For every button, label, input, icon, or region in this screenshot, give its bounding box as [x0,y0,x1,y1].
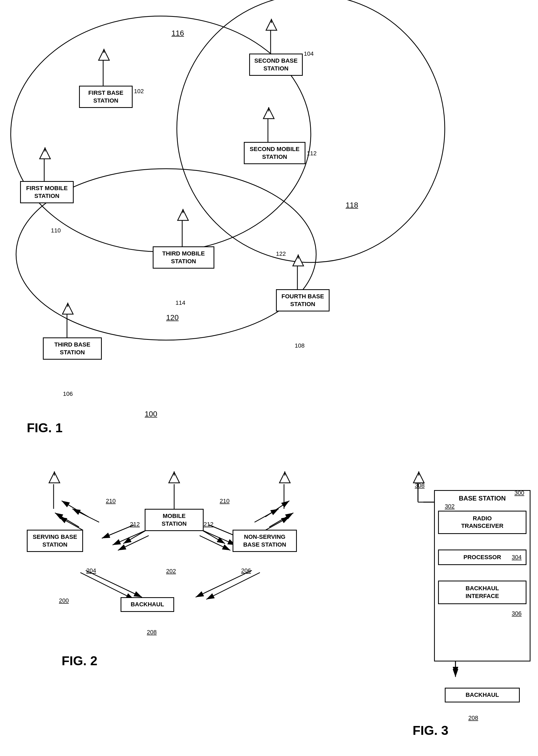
fig3-base-station-outer: BASE STATION RADIOTRANSCEIVER PROCESSOR … [434,490,530,662]
fig2-nonserving-antenna [278,471,292,485]
svg-line-17 [72,509,99,522]
fig2-mobile-station-box: MOBILESTATION [145,509,204,531]
fig2-ref-208: 208 [147,629,157,636]
second-mobile-antenna [262,107,275,121]
second-base-antenna [265,18,278,33]
fig2-label: FIG. 2 [62,653,97,668]
ref-106: 106 [63,390,73,397]
svg-line-20 [265,501,289,517]
fourth-base-station-box: FOURTH BASE STATION [276,289,330,312]
ref-116: 116 [172,29,184,37]
svg-line-22 [86,571,142,597]
ref-108: 108 [295,342,305,349]
svg-line-48 [113,530,146,545]
fig3-ref-308: 308 [415,482,425,489]
ref-112: 112 [307,150,317,157]
fig3-ref-306: 306 [512,610,522,617]
svg-point-4 [11,16,311,252]
svg-line-23 [195,571,252,597]
third-mobile-antenna [176,208,190,223]
first-base-station-box: FIRST BASE STATION [79,86,133,108]
svg-line-57 [206,573,260,599]
fig2-nonserving-base-box: NON-SERVINGBASE STATION [233,530,297,552]
svg-line-56 [81,573,134,599]
ref-120: 120 [166,313,179,322]
fig2-backhaul-box: BACKHAUL [121,597,174,612]
fig3-ref-208: 208 [468,715,478,722]
fig2-ref-200: 200 [59,597,69,604]
fig2-ref-212a: 212 [130,521,140,528]
second-mobile-station-box: SECOND MOBILE STATION [244,142,305,164]
ref-114: 114 [176,299,186,306]
fig1-label: FIG. 1 [27,421,62,435]
svg-line-52 [202,530,236,545]
fig3-backhaul: BACKHAUL [445,688,520,702]
fig2-ref-206: 206 [241,567,251,574]
third-base-antenna [61,302,75,317]
svg-line-16 [62,501,88,517]
fig3-ref-300: 300 [514,489,524,496]
first-base-antenna [97,48,111,63]
first-mobile-antenna [38,147,52,161]
fig2-serving-antenna [48,471,61,485]
svg-line-51 [59,517,83,530]
ref-122: 122 [276,250,286,257]
svg-line-55 [265,517,289,530]
third-base-station-box: THIRD BASE STATION [43,337,102,360]
ref-102: 102 [134,88,144,95]
first-mobile-station-box: FIRST MOBILE STATION [20,181,74,203]
svg-line-49 [118,535,149,550]
fig2-ref-210a: 210 [106,498,116,505]
fig3-ref-304: 304 [512,554,522,561]
svg-line-54 [269,513,294,527]
ref-110: 110 [51,227,61,234]
fig2-ref-212b: 212 [204,521,214,528]
ref-100: 100 [145,410,157,418]
fig2-ref-210b: 210 [220,498,230,505]
svg-line-14 [102,525,134,538]
svg-point-5 [177,0,445,263]
fourth-base-antenna [292,254,305,268]
fig3-ref-302: 302 [445,503,455,510]
ref-104: 104 [304,50,314,57]
second-base-station-box: SECOND BASE STATION [249,54,303,76]
page: FIRST BASE STATION 102 SECOND BASE STATI… [0,0,538,756]
fig2-mobile-antenna [167,471,181,485]
fig3-label: FIG. 3 [412,723,448,738]
third-mobile-station-box: THIRD MOBILE STATION [153,246,214,269]
ref-118: 118 [346,201,358,209]
svg-line-21 [254,509,279,522]
fig3-backhaul-interface: BACKHAULINTERFACE [438,580,526,604]
fig2-ref-204: 204 [86,567,96,574]
svg-line-53 [200,535,231,550]
svg-line-50 [55,513,79,527]
fig2-serving-base-box: SERVING BASESTATION [27,530,83,552]
fig2-ref-202: 202 [166,568,176,575]
fig3-radio-transceiver: RADIOTRANSCEIVER [438,511,526,534]
